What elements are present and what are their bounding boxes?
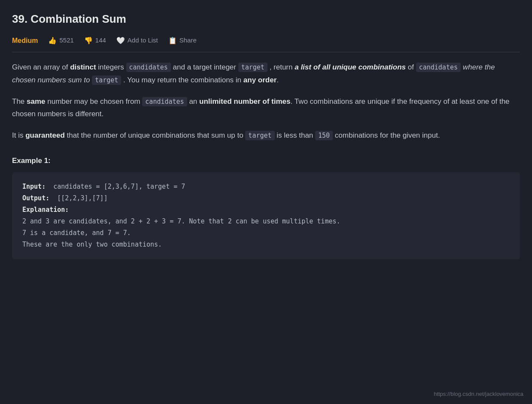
output-label: Output: (22, 194, 49, 202)
difficulty-badge[interactable]: Medium (12, 35, 38, 46)
description-p3: It is guaranteed that the number of uniq… (12, 129, 520, 142)
explanation-label: Explanation: (22, 206, 69, 214)
add-to-list-button[interactable]: 🤍 Add to List (116, 35, 158, 46)
example1-explanation-label-line: Explanation: (22, 204, 510, 216)
footer-url: https://blog.csdn.net/jacklovemonica (434, 390, 523, 399)
input-label: Input: (22, 183, 46, 190)
input-value: candidates = [2,3,6,7], target = 7 (53, 183, 185, 190)
example1-section: Example 1: Input: candidates = [2,3,6,7]… (12, 155, 520, 259)
heart-icon: 🤍 (116, 35, 125, 46)
downvote-icon: 👎 (84, 35, 93, 46)
share-label: Share (179, 35, 197, 45)
upvote-icon: 👍 (48, 35, 57, 46)
description-p2: The same number may be chosen from candi… (12, 95, 520, 121)
share-icon: 📋 (168, 35, 177, 46)
example1-output-line: Output: [[2,2,3],[7]] (22, 193, 510, 204)
share-button[interactable]: 📋 Share (168, 35, 197, 46)
upvote-button[interactable]: 👍 5521 (48, 35, 73, 46)
add-to-list-label: Add to List (128, 35, 158, 45)
example1-explanation-line1: 2 and 3 are candidates, and 2 + 2 + 3 = … (22, 216, 510, 227)
example1-explanation-line3: These are the only two combinations. (22, 239, 510, 250)
example1-input-line: Input: candidates = [2,3,6,7], target = … (22, 181, 510, 193)
description-p1: Given an array of distinct integers cand… (12, 61, 520, 87)
downvote-button[interactable]: 👎 144 (84, 35, 106, 46)
example1-label: Example 1: (12, 155, 520, 166)
meta-bar: Medium 👍 5521 👎 144 🤍 Add to List 📋 Shar… (12, 35, 520, 53)
example1-explanation-line2: 7 is a candidate, and 7 = 7. (22, 227, 510, 239)
output-value: [[2,2,3],[7]] (57, 194, 107, 202)
problem-title: 39. Combination Sum (12, 10, 520, 28)
example1-code-block: Input: candidates = [2,3,6,7], target = … (12, 172, 520, 259)
problem-description: Given an array of distinct integers cand… (12, 61, 520, 142)
downvote-count: 144 (95, 35, 106, 45)
upvote-count: 5521 (59, 35, 73, 45)
